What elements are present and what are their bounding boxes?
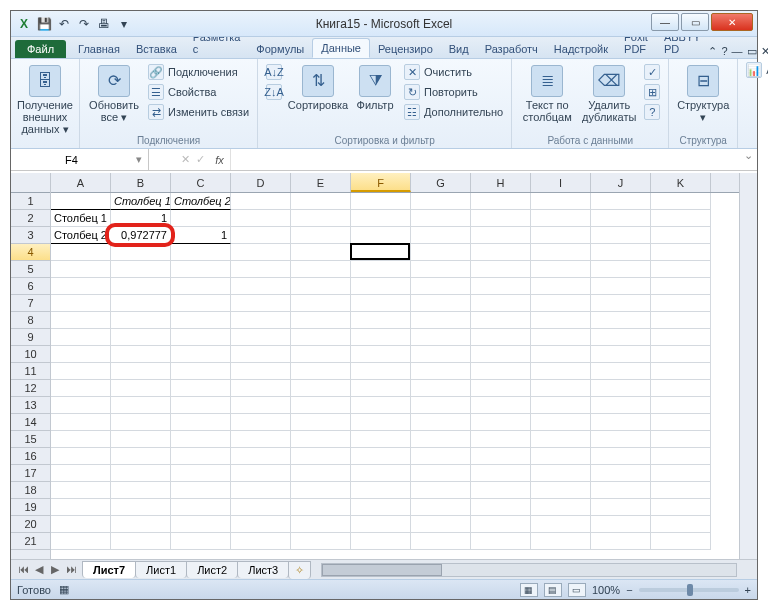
cell-J11[interactable] xyxy=(591,363,651,380)
cell-H5[interactable] xyxy=(471,261,531,278)
cells-area[interactable]: Столбец 1Столбец 2Столбец 11Столбец 20,9… xyxy=(51,193,739,550)
sort-button[interactable]: ⇅ Сортировка xyxy=(288,61,348,111)
cell-G13[interactable] xyxy=(411,397,471,414)
row-header-14[interactable]: 14 xyxy=(11,414,50,431)
cell-D10[interactable] xyxy=(231,346,291,363)
cell-F18[interactable] xyxy=(351,482,411,499)
cell-H11[interactable] xyxy=(471,363,531,380)
zoom-out-button[interactable]: − xyxy=(626,584,632,596)
cell-A5[interactable] xyxy=(51,261,111,278)
cell-H2[interactable] xyxy=(471,210,531,227)
cell-C9[interactable] xyxy=(171,329,231,346)
zoom-in-button[interactable]: + xyxy=(745,584,751,596)
cell-G8[interactable] xyxy=(411,312,471,329)
cell-G21[interactable] xyxy=(411,533,471,550)
tab-data[interactable]: Данные xyxy=(312,38,370,58)
cell-K11[interactable] xyxy=(651,363,711,380)
cell-B16[interactable] xyxy=(111,448,171,465)
cell-F16[interactable] xyxy=(351,448,411,465)
cell-I18[interactable] xyxy=(531,482,591,499)
cell-B21[interactable] xyxy=(111,533,171,550)
sort-za-button[interactable]: Z↓A xyxy=(264,83,284,101)
cell-B6[interactable] xyxy=(111,278,171,295)
cell-F21[interactable] xyxy=(351,533,411,550)
cell-B5[interactable] xyxy=(111,261,171,278)
cell-E21[interactable] xyxy=(291,533,351,550)
whatif-button[interactable]: ? xyxy=(642,103,662,121)
cell-I9[interactable] xyxy=(531,329,591,346)
view-pagebreak-button[interactable]: ▭ xyxy=(568,583,586,597)
row-header-3[interactable]: 3 xyxy=(11,227,50,244)
cell-E7[interactable] xyxy=(291,295,351,312)
zoom-level[interactable]: 100% xyxy=(592,584,620,596)
cell-F11[interactable] xyxy=(351,363,411,380)
cell-J14[interactable] xyxy=(591,414,651,431)
outline-button[interactable]: ⊟ Структура ▾ xyxy=(675,61,731,123)
cell-A11[interactable] xyxy=(51,363,111,380)
cell-G7[interactable] xyxy=(411,295,471,312)
cell-D2[interactable] xyxy=(231,210,291,227)
cell-J17[interactable] xyxy=(591,465,651,482)
cell-B15[interactable] xyxy=(111,431,171,448)
cell-D4[interactable] xyxy=(231,244,291,261)
cell-A6[interactable] xyxy=(51,278,111,295)
cell-J21[interactable] xyxy=(591,533,651,550)
cell-D6[interactable] xyxy=(231,278,291,295)
cell-E18[interactable] xyxy=(291,482,351,499)
cell-K4[interactable] xyxy=(651,244,711,261)
cell-G5[interactable] xyxy=(411,261,471,278)
ribbon-minimize-icon[interactable]: ⌃ xyxy=(708,45,717,58)
cell-A14[interactable] xyxy=(51,414,111,431)
cell-E8[interactable] xyxy=(291,312,351,329)
view-pagelayout-button[interactable]: ▤ xyxy=(544,583,562,597)
cell-H15[interactable] xyxy=(471,431,531,448)
row-header-6[interactable]: 6 xyxy=(11,278,50,295)
col-header-D[interactable]: D xyxy=(231,173,291,192)
cell-K6[interactable] xyxy=(651,278,711,295)
cell-H6[interactable] xyxy=(471,278,531,295)
minimize-button[interactable]: — xyxy=(651,13,679,31)
cell-F9[interactable] xyxy=(351,329,411,346)
cell-F2[interactable] xyxy=(351,210,411,227)
cell-I2[interactable] xyxy=(531,210,591,227)
undo-icon[interactable]: ↶ xyxy=(55,15,73,33)
cell-J4[interactable] xyxy=(591,244,651,261)
cell-J12[interactable] xyxy=(591,380,651,397)
cell-F17[interactable] xyxy=(351,465,411,482)
row-header-13[interactable]: 13 xyxy=(11,397,50,414)
cell-G12[interactable] xyxy=(411,380,471,397)
cell-H13[interactable] xyxy=(471,397,531,414)
remove-duplicates-button[interactable]: ⌫ Удалить дубликаты xyxy=(580,61,638,123)
cell-A18[interactable] xyxy=(51,482,111,499)
cell-I8[interactable] xyxy=(531,312,591,329)
cell-G9[interactable] xyxy=(411,329,471,346)
cell-C1[interactable]: Столбец 2 xyxy=(171,193,231,210)
cell-K18[interactable] xyxy=(651,482,711,499)
cell-J1[interactable] xyxy=(591,193,651,210)
cell-I7[interactable] xyxy=(531,295,591,312)
cell-G18[interactable] xyxy=(411,482,471,499)
row-header-18[interactable]: 18 xyxy=(11,482,50,499)
clear-filter-button[interactable]: ✕Очистить xyxy=(402,63,505,81)
cell-C12[interactable] xyxy=(171,380,231,397)
cell-I15[interactable] xyxy=(531,431,591,448)
cell-J8[interactable] xyxy=(591,312,651,329)
cell-A13[interactable] xyxy=(51,397,111,414)
data-validation-button[interactable]: ✓ xyxy=(642,63,662,81)
cell-C14[interactable] xyxy=(171,414,231,431)
formula-input[interactable] xyxy=(231,149,739,170)
col-header-J[interactable]: J xyxy=(591,173,651,192)
cell-K21[interactable] xyxy=(651,533,711,550)
row-header-2[interactable]: 2 xyxy=(11,210,50,227)
cell-F3[interactable] xyxy=(351,227,411,244)
close-button[interactable]: ✕ xyxy=(711,13,753,31)
tab-file[interactable]: Файл xyxy=(15,40,66,58)
workbook-minimize-icon[interactable]: — xyxy=(732,45,743,58)
cell-C13[interactable] xyxy=(171,397,231,414)
scrollbar-thumb[interactable] xyxy=(322,564,442,576)
cell-D7[interactable] xyxy=(231,295,291,312)
cell-K20[interactable] xyxy=(651,516,711,533)
cell-J10[interactable] xyxy=(591,346,651,363)
cell-H12[interactable] xyxy=(471,380,531,397)
cell-D20[interactable] xyxy=(231,516,291,533)
